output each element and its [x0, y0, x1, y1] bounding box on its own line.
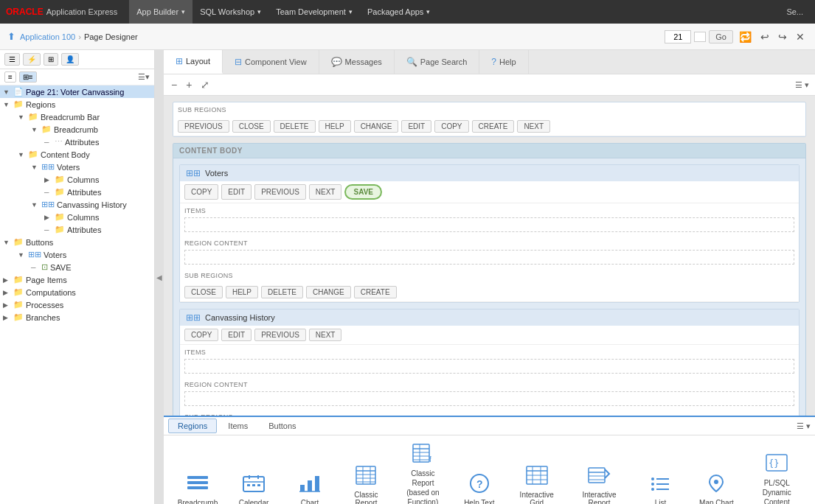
btn-copy-top[interactable]: COPY — [434, 120, 468, 133]
tree-voters[interactable]: ▼ ⊞⊞ Voters — [0, 161, 154, 173]
tab-page-search[interactable]: 🔍 Page Search — [395, 50, 480, 74]
bottom-icon-help-text[interactable]: ? Help Text — [457, 473, 502, 504]
go-button[interactable]: Go — [709, 30, 733, 43]
tree-canvassing-attributes[interactable]: ─ 📁 Attributes — [0, 223, 154, 236]
tree-canvassing-columns[interactable]: ▶ 📁 Columns — [0, 211, 154, 223]
nav-team-development[interactable]: Team Development ▾ — [268, 0, 360, 24]
breadcrumb-back-icon[interactable]: ⬆ — [7, 31, 15, 42]
tab-messages[interactable]: 💬 Messages — [319, 50, 395, 74]
bottom-icon-calendar[interactable]: Calendar — [232, 473, 276, 504]
voters-sub-delete-btn[interactable]: DELETE — [261, 286, 303, 298]
canvassing-previous-btn[interactable]: PREVIOUS — [254, 329, 306, 341]
tab-layout[interactable]: ⊞ Layout — [164, 50, 223, 74]
tree-voters-columns[interactable]: ▶ 📁 Columns — [0, 173, 154, 186]
sidebar-tool-btn-4[interactable]: 👤 — [61, 53, 79, 66]
tree-canvassing-attributes-label: Attributes — [67, 225, 101, 234]
voters-sub-regions-section: SUB REGIONS — [180, 268, 799, 283]
voters-sub-change-btn[interactable]: CHANGE — [306, 286, 351, 298]
voters-save-btn[interactable]: SAVE — [344, 184, 382, 200]
bottom-tab-items[interactable]: Items — [218, 419, 257, 433]
tree-branches[interactable]: ▶ 📁 Branches — [0, 311, 154, 323]
voters-next-btn[interactable]: NEXT — [309, 184, 342, 200]
tree-page-items[interactable]: ▶ 📁 Page Items — [0, 273, 154, 286]
voters-edit-btn[interactable]: EDIT — [221, 184, 252, 200]
bottom-icon-interactive-report[interactable]: Interactive Report — [572, 465, 626, 504]
tree-save-btn[interactable]: ─ ⊡ SAVE — [0, 261, 154, 273]
tab-component-view[interactable]: ⊟ Component View — [223, 50, 319, 74]
zoom-in-btn[interactable]: + — [184, 77, 193, 92]
redo-button[interactable]: ↪ — [775, 29, 790, 44]
nav-sql-workshop[interactable]: SQL Workshop ▾ — [193, 0, 268, 24]
tree-breadcrumb-label: Breadcrumb — [54, 125, 98, 134]
tree-attributes-1[interactable]: ─ ⋯ Attributes — [0, 136, 154, 148]
tree-breadcrumb-bar[interactable]: ▼ 📁 Breadcrumb Bar — [0, 111, 154, 123]
tab-help[interactable]: ? Help — [479, 50, 528, 74]
tree-branches-label: Branches — [26, 313, 60, 322]
tree-computations[interactable]: ▶ 📁 Computations — [0, 286, 154, 298]
sidebar-tool-btn-3[interactable]: ⊞ — [44, 53, 58, 66]
voters-sub-help-btn[interactable]: HELP — [226, 286, 258, 298]
tree-voters-attributes[interactable]: ─ 📁 Attributes — [0, 186, 154, 198]
btn-close-top[interactable]: CLOSE — [232, 120, 271, 133]
btn-edit-top[interactable]: EDIT — [401, 120, 431, 133]
voters-previous-btn[interactable]: PREVIOUS — [254, 184, 306, 200]
folder-icon: 📁 — [13, 300, 24, 309]
tab-help-label: Help — [499, 57, 516, 66]
btn-create-top[interactable]: CREATE — [472, 120, 515, 133]
nav-packaged-apps[interactable]: Packaged Apps ▾ — [360, 0, 437, 24]
bottom-icon-list[interactable]: List — [638, 473, 682, 504]
btn-next-top[interactable]: NEXT — [517, 120, 550, 133]
bottom-tab-buttons[interactable]: Buttons — [259, 419, 305, 433]
reset-button[interactable]: 🔁 — [736, 29, 755, 44]
canvassing-edit-btn[interactable]: EDIT — [221, 329, 252, 341]
btn-help-top[interactable]: HELP — [319, 120, 351, 133]
tree-regions[interactable]: ▼ 📁 Regions — [0, 98, 154, 111]
canvas-menu-btn[interactable]: ☰ ▾ — [795, 80, 809, 90]
sidebar-tool-btn-2[interactable]: ⚡ — [23, 53, 41, 66]
voters-sub-close-btn[interactable]: CLOSE — [184, 286, 223, 298]
tree-content-body[interactable]: ▼ 📁 Content Body — [0, 148, 154, 161]
bottom-icon-classic-report-fn[interactable]: f Classic Report (based on Function) — [400, 443, 445, 504]
btn-previous-top[interactable]: PREVIOUS — [178, 120, 229, 133]
sidebar-filter-tree-btn[interactable]: ⊞≡ — [19, 71, 37, 83]
bottom-tab-regions[interactable]: Regions — [168, 419, 217, 433]
bottom-panel-menu-btn[interactable]: ☰ ▾ — [797, 421, 811, 431]
tree-buttons[interactable]: ▼ 📁 Buttons — [0, 236, 154, 248]
bottom-icon-breadcrumb[interactable]: Breadcrumb — [176, 473, 220, 504]
tree-processes[interactable]: ▶ 📁 Processes — [0, 298, 154, 311]
tree-page-item[interactable]: ▼ 📄 Page 21: Voter Canvassing — [0, 85, 154, 98]
tree-breadcrumb[interactable]: ▼ 📁 Breadcrumb — [0, 123, 154, 136]
tree-toggle-icon: ▼ — [18, 113, 27, 121]
voters-sub-create-btn[interactable]: CREATE — [354, 286, 397, 298]
bottom-icon-plsql[interactable]: {} PL/SQL Dynamic Content — [750, 452, 803, 504]
btn-delete-top[interactable]: DELETE — [274, 120, 316, 133]
bottom-icon-interactive-grid[interactable]: Interactive Grid — [513, 465, 561, 504]
expand-btn[interactable]: ⤢ — [199, 77, 211, 92]
canvassing-copy-btn[interactable]: COPY — [184, 329, 218, 341]
tree-save-label: SAVE — [50, 263, 72, 272]
voters-copy-btn[interactable]: COPY — [184, 184, 218, 200]
tree-toggle-icon: ▶ — [3, 289, 12, 296]
btn-change-top[interactable]: CHANGE — [354, 120, 399, 133]
tree-canvassing-history[interactable]: ▼ ⊞⊞ Canvassing History — [0, 198, 154, 211]
nav-app-builder[interactable]: App Builder ▾ — [129, 0, 193, 24]
right-content: ⊞ Layout ⊟ Component View 💬 Messages 🔍 P… — [164, 50, 815, 504]
page-stepper[interactable] — [694, 32, 706, 42]
sidebar-filter-list-btn[interactable]: ≡ — [4, 71, 16, 83]
close-button[interactable]: ✕ — [793, 29, 808, 44]
sidebar-collapse-handle[interactable]: ◀ — [155, 50, 164, 504]
sidebar-menu-btn[interactable]: ☰▾ — [138, 72, 150, 82]
page-icon: 📄 — [13, 87, 24, 97]
breadcrumb-app-link[interactable]: Application 100 — [20, 32, 75, 41]
search-icon[interactable]: Se... — [780, 7, 809, 16]
page-number-input[interactable] — [665, 30, 691, 43]
zoom-out-btn[interactable]: − — [170, 77, 178, 92]
bottom-icon-map-chart[interactable]: Map Chart — [694, 473, 738, 504]
tree-buttons-voters[interactable]: ▼ ⊞⊞ Voters — [0, 248, 154, 261]
bottom-icon-classic-report[interactable]: Classic Report — [344, 465, 389, 504]
bottom-icon-chart[interactable]: Chart — [288, 473, 332, 504]
canvassing-next-btn[interactable]: NEXT — [309, 329, 342, 341]
tree-voters-columns-label: Columns — [67, 175, 99, 184]
sidebar-tool-btn-1[interactable]: ☰ — [4, 53, 20, 66]
undo-button[interactable]: ↩ — [757, 29, 772, 44]
